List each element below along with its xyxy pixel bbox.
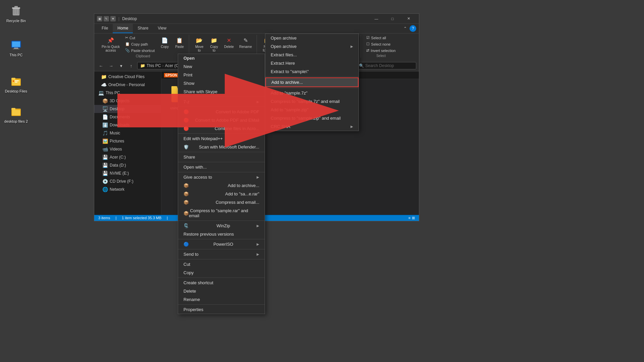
delete-button[interactable]: ✕ Delete — [222, 35, 236, 50]
sub-add-7z[interactable]: Add to "sample.7z" — [265, 89, 359, 97]
paste-shortcut-button[interactable]: 📎 Paste shortcut — [123, 48, 157, 53]
desktop-icon-desktop-files[interactable]: Desktop Files — [3, 73, 30, 95]
ctx-create-shortcut[interactable]: Create shortcut — [178, 279, 265, 287]
pin-to-quick-button[interactable]: 📌 Pin to Quickaccess — [100, 35, 122, 54]
invert-selection-button[interactable]: ⇄ Invert selection — [364, 48, 397, 53]
copy-path-button[interactable]: 📋 Copy path — [123, 41, 157, 47]
view-tiles-button[interactable]: ⊞ — [412, 216, 415, 220]
title-bar-icon-3: ▼ — [110, 16, 116, 21]
back-button[interactable]: ← — [97, 62, 105, 70]
ctx-add-archive[interactable]: 📦 Add to archive... — [178, 181, 265, 190]
path-this-pc[interactable]: This PC — [147, 63, 161, 68]
ctx-add-rar[interactable]: 📦 Add to "sa...e.rar" — [178, 190, 265, 198]
ctx-cut[interactable]: Cut — [178, 260, 265, 268]
up-button[interactable]: ↑ — [127, 62, 135, 70]
copy-button[interactable]: 📄 Copy — [158, 35, 171, 50]
scissors-icon: ✂ — [125, 36, 128, 40]
sub-compress-zip-email[interactable]: Compress to "sample.zip" and email — [265, 114, 359, 122]
sub-open-archive-1[interactable]: Open archive — [265, 34, 359, 42]
tab-view[interactable]: View — [153, 24, 171, 33]
select-none-button[interactable]: ☐ Select none — [364, 41, 397, 47]
sidebar-item-creative-cloud[interactable]: 📁 Creative Cloud Files — [94, 73, 161, 81]
ctx-poweriso[interactable]: 🔵 PowerISO ▶ — [178, 240, 265, 248]
ctx-open[interactable]: Open — [178, 54, 265, 62]
move-to-button[interactable]: 📂 Moveto — [193, 35, 206, 54]
cut-button[interactable]: ✂ Cut — [123, 35, 157, 41]
sidebar-item-desktop[interactable]: 🖥️ Desktop — [94, 105, 161, 113]
ctx-convert-email[interactable]: 🔴 Convert to Adobe PDF and EMail — [178, 116, 265, 124]
search-box[interactable]: 🔍 Search Desktop — [356, 62, 416, 69]
tab-home[interactable]: Home — [113, 24, 133, 33]
ctx-rename[interactable]: Rename — [178, 295, 265, 304]
sidebar-item-cd[interactable]: 💿 CD Drive (F:) — [94, 177, 161, 185]
ctx-notepad[interactable]: Edit with Notepad++ — [178, 134, 265, 143]
sub-extract-here[interactable]: Extract Here — [265, 59, 359, 67]
ctx-give-access[interactable]: Give access to ▶ — [178, 173, 265, 181]
sidebar-item-documents[interactable]: 📄 Documents — [94, 113, 161, 121]
select-all-label: Select all — [371, 36, 386, 40]
ctx-7z[interactable]: 7-z ▶ — [178, 98, 265, 106]
desktop-icon-desktop-files-2[interactable]: desktop files 2 — [3, 103, 30, 125]
ctx-convert-pdf[interactable]: 🔴 Convert to Adobe PDF — [178, 108, 265, 116]
sidebar: 📁 Creative Cloud Files ☁️ OneDrive - Per… — [94, 71, 161, 215]
sidebar-item-pictures[interactable]: 🖼️ Pictures — [94, 137, 161, 145]
move-label: Moveto — [195, 45, 203, 52]
sidebar-item-downloads[interactable]: ⬇️ Downloads — [94, 121, 161, 129]
select-all-button[interactable]: ☑ Select all — [364, 35, 397, 41]
paste-button[interactable]: 📋 Paste — [173, 35, 186, 50]
tab-share[interactable]: Share — [133, 24, 153, 33]
delete-label: Delete — [224, 45, 234, 49]
sub-add-zip[interactable]: Add to "sample.zip" — [265, 106, 359, 114]
sub-extract-sample[interactable]: Extract to "sample\" — [265, 67, 359, 76]
desktop-icon-recycle-bin[interactable]: Recycle Bin — [3, 3, 30, 24]
separator2: | — [167, 216, 168, 220]
ctx-defender[interactable]: 🛡️ Scan with Microsoft Defender... — [178, 143, 265, 151]
sidebar-item-network[interactable]: 🌐 Network — [94, 185, 161, 193]
sidebar-item-music[interactable]: 🎵 Music — [94, 129, 161, 137]
onedrive-icon: ☁️ — [101, 82, 106, 87]
forward-button[interactable]: → — [107, 62, 115, 70]
maximize-button[interactable]: □ — [385, 14, 400, 24]
copy-to-button[interactable]: 📁 Copyto — [207, 35, 221, 54]
ctx-delete[interactable]: Delete — [178, 287, 265, 295]
ribbon-help[interactable]: ? — [410, 25, 416, 32]
cut-label: Cut — [129, 36, 135, 40]
ctx-winzip[interactable]: 🗜️ WinZip ▶ — [178, 222, 265, 230]
ctx-compress-rar-email[interactable]: 📦 Compress to "sample.rar" and email — [178, 206, 265, 220]
ctx-show[interactable]: Show — [178, 79, 265, 87]
sidebar-item-videos[interactable]: 📹 Videos — [94, 145, 161, 153]
ctx-compress-email[interactable]: 📦 Compress and email... — [178, 198, 265, 206]
view-details-button[interactable]: ≡ — [409, 216, 411, 220]
cd-icon: 💿 — [102, 179, 108, 184]
ctx-combine[interactable]: 🔴 Combine files in Acro... — [178, 124, 265, 133]
ctx-share-skype[interactable]: Share with Skype — [178, 87, 265, 96]
sub-crc-sha[interactable]: CRC SHA ▶ — [265, 122, 359, 131]
ctx-share[interactable]: Share — [178, 153, 265, 161]
sub-compress-7z-email[interactable]: Compress to "sample.7z" and email — [265, 97, 359, 106]
ctx-copy[interactable]: Copy — [178, 268, 265, 277]
ctx-print[interactable]: Print — [178, 71, 265, 79]
sidebar-item-data[interactable]: 💾 Data (D:) — [94, 161, 161, 169]
sub-open-archive-2[interactable]: Open archive ▶ — [265, 42, 359, 51]
sub-extract-files[interactable]: Extract files... — [265, 51, 359, 59]
sidebar-item-acer[interactable]: 💾 Acer (C:) — [94, 153, 161, 161]
ctx-send-to[interactable]: Send to ▶ — [178, 250, 265, 258]
dropdown-button[interactable]: ▾ — [117, 62, 125, 70]
sidebar-item-onedrive[interactable]: ☁️ OneDrive - Personal — [94, 81, 161, 89]
minimize-button[interactable]: — — [369, 14, 384, 24]
sidebar-item-3d-objects[interactable]: 📦 3D Objects — [94, 97, 161, 105]
data-icon: 💾 — [102, 163, 108, 168]
desktop-icon-this-pc[interactable]: This PC — [3, 37, 30, 58]
sub-add-archive[interactable]: Add to archive... — [265, 77, 359, 87]
adobe-email-icon: 🔴 — [183, 118, 189, 123]
close-button[interactable]: ✕ — [401, 14, 416, 24]
ctx-properties[interactable]: Properties — [178, 305, 265, 314]
ctx-new[interactable]: New — [178, 62, 265, 71]
ribbon-collapse[interactable]: ⌃ — [402, 25, 408, 32]
ctx-restore[interactable]: Restore previous versions — [178, 230, 265, 238]
sidebar-item-nvme[interactable]: 💾 NVME (E:) — [94, 169, 161, 177]
rename-button[interactable]: ✎ Rename — [237, 35, 254, 50]
ctx-open-with[interactable]: Open with... — [178, 163, 265, 171]
tab-file[interactable]: File — [97, 24, 113, 33]
sidebar-item-this-pc[interactable]: 💻 This PC — [94, 89, 161, 97]
